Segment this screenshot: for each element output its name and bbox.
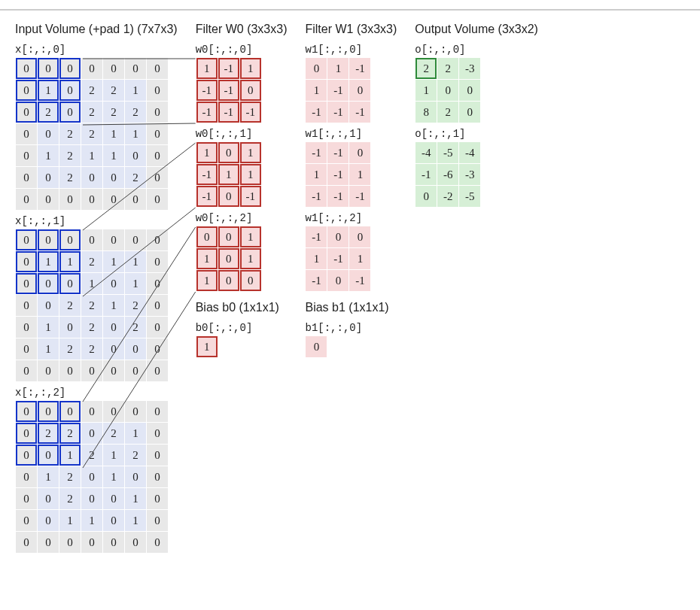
cell: 0 xyxy=(16,488,38,510)
cell: 1 xyxy=(38,338,59,360)
cell: 2 xyxy=(59,123,81,145)
cell: 0 xyxy=(16,466,38,488)
cell: 0 xyxy=(16,401,38,423)
cell: 2 xyxy=(81,123,103,145)
w1-slice-label: w1[:,:,1] xyxy=(305,128,371,140)
cell: 0 xyxy=(125,360,147,382)
cell: 0 xyxy=(147,80,169,102)
cell: 1 xyxy=(125,510,147,532)
cell: 0 xyxy=(103,229,125,251)
cell: 0 xyxy=(103,317,125,338)
cell: 0 xyxy=(16,338,38,360)
cell: 2 xyxy=(59,167,81,189)
cell: 0 xyxy=(147,445,169,466)
cell: 0 xyxy=(59,58,81,80)
input-slice-label: x[:,:,1] xyxy=(15,215,169,227)
cell: 1 xyxy=(103,295,125,317)
cell: 0 xyxy=(38,445,59,466)
cell: 0 xyxy=(147,466,169,488)
cell: 0 xyxy=(59,189,81,211)
cell: 1 xyxy=(125,123,147,145)
cell: 0 xyxy=(125,401,147,423)
cell: 0 xyxy=(16,123,38,145)
cell: 0 xyxy=(59,102,81,123)
cell: 2 xyxy=(59,338,81,360)
cell: 1 xyxy=(196,58,218,80)
w1-slice-label: w1[:,:,0] xyxy=(305,44,371,56)
filter-w1-title: Filter W1 (3x3x3) xyxy=(305,23,397,36)
cell: 0 xyxy=(59,401,81,423)
cell: 0 xyxy=(147,58,169,80)
cell: 1 xyxy=(38,251,59,273)
w0-grid-2: 001101100 xyxy=(196,226,262,292)
w0-slice-label: w0[:,:,1] xyxy=(196,128,262,140)
cell: 0 xyxy=(103,189,125,211)
cell: 0 xyxy=(147,123,169,145)
cell: 0 xyxy=(218,226,239,248)
cell: 0 xyxy=(16,295,38,317)
cell: 2 xyxy=(125,295,147,317)
cell: -1 xyxy=(327,186,349,208)
cell: 0 xyxy=(16,423,38,445)
cell: 0 xyxy=(125,466,147,488)
cell: 0 xyxy=(125,189,147,211)
output-grid-0: 22-3100820 xyxy=(415,57,481,123)
output-slice-label: o[:,:,1] xyxy=(415,128,481,140)
cell: 2 xyxy=(103,102,125,123)
cell: 0 xyxy=(81,360,103,382)
cell: 2 xyxy=(59,466,81,488)
cell: 0 xyxy=(16,510,38,532)
cell: 2 xyxy=(81,80,103,102)
cell: 0 xyxy=(16,229,38,251)
cell: 2 xyxy=(125,102,147,123)
cell: 1 xyxy=(103,145,125,167)
cell: 0 xyxy=(218,248,239,270)
cell: 0 xyxy=(38,488,59,510)
cell: 0 xyxy=(147,145,169,167)
cell: -1 xyxy=(349,58,371,80)
input-slice-label: x[:,:,0] xyxy=(15,44,169,56)
cell: 1 xyxy=(349,248,371,270)
cell: -1 xyxy=(327,80,349,102)
cell: 0 xyxy=(147,189,169,211)
cell: 0 xyxy=(103,401,125,423)
cell: 0 xyxy=(103,532,125,554)
cell: 1 xyxy=(239,226,261,248)
filter-w0-title: Filter W0 (3x3x3) xyxy=(196,23,288,36)
w1-grid-0: 01-11-10-1-1-1 xyxy=(305,57,371,123)
cell: -1 xyxy=(327,142,349,164)
cell: 0 xyxy=(81,401,103,423)
cell: 0 xyxy=(147,488,169,510)
cell: 0 xyxy=(125,58,147,80)
cell: 1 xyxy=(59,445,81,466)
cell: 2 xyxy=(437,102,459,123)
cell: 0 xyxy=(327,270,349,292)
cell: 2 xyxy=(125,317,147,338)
bias-b1-cell: 0 xyxy=(305,335,327,358)
cell: 1 xyxy=(125,80,147,102)
cell: 0 xyxy=(16,189,38,211)
cell: 2 xyxy=(38,423,59,445)
cell: 2 xyxy=(81,317,103,338)
cell: 0 xyxy=(38,273,59,295)
cell: 0 xyxy=(59,229,81,251)
cell: 0 xyxy=(16,273,38,295)
cell: 0 xyxy=(103,338,125,360)
cell: 0 xyxy=(125,338,147,360)
cell: 0 xyxy=(103,273,125,295)
cell: 0 xyxy=(59,360,81,382)
cell: 1 xyxy=(81,510,103,532)
cell: 0 xyxy=(81,532,103,554)
cell: -4 xyxy=(459,142,481,164)
cell: -1 xyxy=(196,80,218,102)
cell: 0 xyxy=(38,401,59,423)
cell: 0 xyxy=(218,142,239,164)
cell: 2 xyxy=(81,295,103,317)
cell: 0 xyxy=(415,186,437,208)
cell: 1 xyxy=(38,145,59,167)
input-column: Input Volume (+pad 1) (7x7x3) x[:,:,0]00… xyxy=(15,23,178,554)
filter-w0-column: Filter W0 (3x3x3) w0[:,:,0]1-11-1-10-1-1… xyxy=(196,23,288,358)
cell: 0 xyxy=(103,488,125,510)
cell: 1 xyxy=(349,164,371,186)
cell: -3 xyxy=(459,164,481,186)
